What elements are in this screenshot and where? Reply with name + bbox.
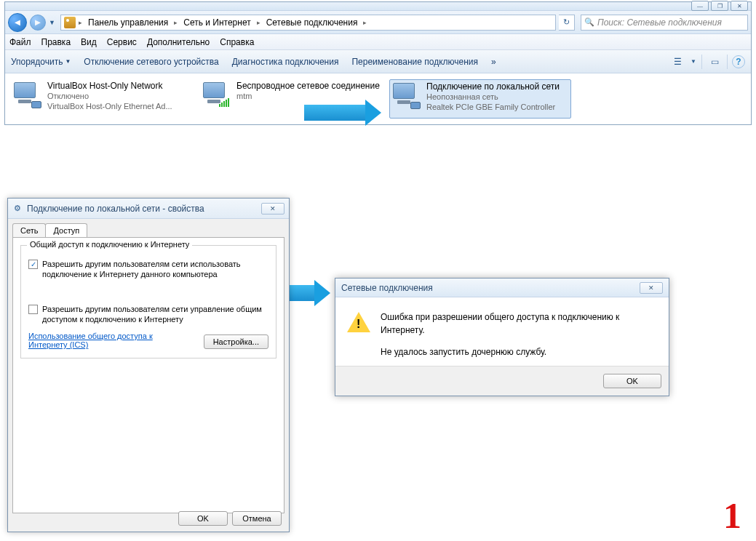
dialog-title: Подключение по локальной сети - свойства <box>27 204 261 214</box>
allow-control-label: Разрешить другим пользователям сети упра… <box>42 304 268 324</box>
close-button[interactable]: ✕ <box>731 1 748 11</box>
preview-pane-button[interactable]: ▭ <box>707 55 723 69</box>
toolbar-overflow[interactable]: » <box>491 57 496 67</box>
titlebar: — ❐ ✕ <box>5 2 751 11</box>
wireless-adapter-icon <box>202 81 232 108</box>
minimize-button[interactable]: — <box>691 1 709 11</box>
breadcrumb-network-connections[interactable]: Сетевые подключения <box>263 17 361 28</box>
error-dialog: Сетевые подключения ✕ ! Ошибка при разре… <box>335 278 669 396</box>
nav-forward-button[interactable]: ► <box>30 15 46 31</box>
network-icon <box>64 17 76 28</box>
view-mode-button[interactable]: ☰ <box>669 55 685 69</box>
breadcrumb-sep: ▸ <box>362 19 368 26</box>
breadcrumb-network-internet[interactable]: Сеть и Интернет <box>180 17 253 28</box>
warning-icon: ! <box>347 310 370 334</box>
help-button[interactable]: ? <box>732 55 745 68</box>
ics-help-link[interactable]: Использование общего доступа к Интернету… <box>28 332 159 349</box>
navbar: ◄ ► ▼ ▸ Панель управления ▸ Сеть и Интер… <box>5 11 751 34</box>
group-title: Общий доступ к подключению к Интернету <box>27 240 192 249</box>
menu-file[interactable]: Файл <box>9 37 31 47</box>
menu-additional[interactable]: Дополнительно <box>147 37 210 47</box>
refresh-button[interactable]: ↻ <box>559 15 575 31</box>
rename-button[interactable]: Переименование подключения <box>351 57 478 67</box>
menu-view[interactable]: Вид <box>81 37 97 47</box>
network-adapter-icon <box>391 81 422 109</box>
error-line-2: Не удалось запустить дочернюю службу. <box>381 345 657 358</box>
breadcrumb-sep: ▸ <box>172 19 179 26</box>
allow-sharing-label: Разрешить другим пользователям сети испо… <box>42 259 268 279</box>
menu-help[interactable]: Справка <box>220 37 254 47</box>
properties-dialog: ⚙ Подключение по локальной сети - свойст… <box>7 198 290 532</box>
view-mode-dropdown[interactable]: ▼ <box>690 55 697 69</box>
tab-sharing[interactable]: Доступ <box>45 223 87 237</box>
search-icon: 🔍 <box>584 17 594 27</box>
separator <box>727 55 728 69</box>
tab-panel-sharing: Общий доступ к подключению к Интернету ✓… <box>12 237 285 513</box>
ok-button[interactable]: OK <box>178 511 228 526</box>
toolbar: Упорядочить▼ Отключение сетевого устройс… <box>5 50 751 73</box>
network-adapter-icon <box>12 81 43 108</box>
menubar: Файл Правка Вид Сервис Дополнительно Спр… <box>5 34 751 50</box>
nav-history-dropdown[interactable]: ▼ <box>49 19 57 26</box>
error-title: Сетевые подключения <box>341 283 640 293</box>
dialog-close-button[interactable]: ✕ <box>261 203 285 215</box>
dialog-titlebar: ⚙ Подключение по локальной сети - свойст… <box>8 199 289 219</box>
allow-sharing-checkbox[interactable]: ✓ <box>28 260 38 269</box>
separator <box>701 55 702 69</box>
tab-strip: Сеть Доступ <box>8 219 289 237</box>
connection-lan-selected[interactable]: Подключение по локальной сети Неопознанн… <box>389 79 571 119</box>
annotation-arrow-1 <box>304 105 368 121</box>
connection-name: Подключение по локальной сети <box>426 81 560 92</box>
search-input[interactable]: 🔍 Поиск: Сетевые подключения <box>581 15 748 31</box>
breadcrumb-sep: ▸ <box>255 19 262 26</box>
connection-virtualbox[interactable]: VirtualBox Host-Only Network Отключено V… <box>11 79 193 119</box>
error-message: Ошибка при разрешении общего доступа к п… <box>381 310 657 358</box>
connection-status: Неопознанная сеть <box>426 92 560 102</box>
diagnose-button[interactable]: Диагностика подключения <box>232 57 339 67</box>
nav-back-button[interactable]: ◄ <box>8 13 27 32</box>
address-bar[interactable]: ▸ Панель управления ▸ Сеть и Интернет ▸ … <box>60 15 556 31</box>
settings-button[interactable]: Настройка... <box>204 334 268 349</box>
breadcrumb-control-panel[interactable]: Панель управления <box>85 17 171 28</box>
error-titlebar: Сетевые подключения ✕ <box>335 278 669 297</box>
organize-button[interactable]: Упорядочить▼ <box>11 57 71 67</box>
ics-group: Общий доступ к подключению к Интернету ✓… <box>20 245 276 358</box>
search-placeholder: Поиск: Сетевые подключения <box>597 17 722 28</box>
allow-control-checkbox[interactable] <box>28 305 38 314</box>
connection-name: Беспроводное сетевое соединение <box>236 81 380 91</box>
dialog-icon: ⚙ <box>12 204 23 214</box>
error-close-button[interactable]: ✕ <box>640 282 663 294</box>
connection-status: Отключено <box>47 91 172 101</box>
menu-edit[interactable]: Правка <box>41 37 71 47</box>
disable-device-button[interactable]: Отключение сетевого устройства <box>84 57 218 67</box>
menu-service[interactable]: Сервис <box>107 37 137 47</box>
annotation-number: 1 <box>723 494 741 537</box>
cancel-button[interactable]: Отмена <box>232 511 282 526</box>
maximize-button[interactable]: ❐ <box>711 1 728 11</box>
connection-adapter: VirtualBox Host-Only Ethernet Ad... <box>47 101 172 111</box>
connection-name: VirtualBox Host-Only Network <box>47 81 172 91</box>
error-ok-button[interactable]: OK <box>603 374 661 388</box>
breadcrumb-sep: ▸ <box>77 19 84 26</box>
connection-adapter: Realtek PCIe GBE Family Controller <box>426 102 560 112</box>
error-line-1: Ошибка при разрешении общего доступа к п… <box>381 310 657 337</box>
connection-adapter: mtm <box>236 91 380 101</box>
tab-network[interactable]: Сеть <box>12 223 46 237</box>
